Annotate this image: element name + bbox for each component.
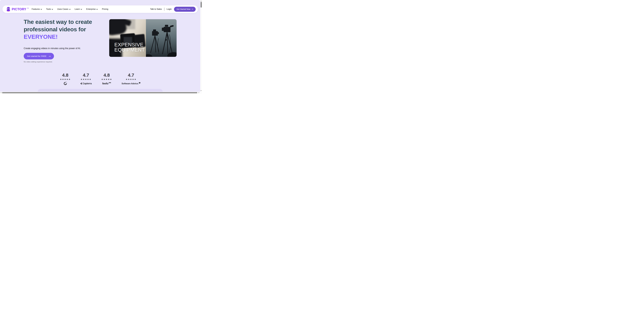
chevron-down-icon — [40, 9, 42, 10]
nav-item-learn[interactable]: Learn — [75, 8, 82, 10]
rating-score: 4.8 — [101, 72, 112, 78]
rating-capterra: 4.7 ★★★★★ Capterra — [80, 72, 92, 85]
page-background: PICTORY TM Features Tools Uses Cases Lea… — [0, 0, 200, 92]
hero-video[interactable]: EXPENSIVE EQUIPMENT — [109, 19, 176, 57]
feefo-eye-icon — [109, 82, 110, 83]
rating-feefo: 4.8 ★★★★★ feefo — [101, 72, 112, 85]
horizontal-scrollbar-track[interactable] — [0, 92, 200, 94]
hero-subtext: Create engaging videos in minutes using … — [24, 47, 81, 50]
nav-item-tools[interactable]: Tools — [46, 8, 53, 10]
trademark-symbol: TM — [27, 8, 28, 9]
star-rating: ★★★★★ — [122, 78, 140, 81]
hero-heading-line2: professional videos for — [24, 26, 106, 33]
hero-heading: The easiest way to create professional v… — [24, 18, 106, 41]
chevron-down-icon — [52, 9, 53, 10]
nav-item-pricing[interactable]: Pricing — [102, 8, 108, 10]
vertical-scrollbar-thumb[interactable] — [200, 2, 202, 8]
camera-tripod-silhouette — [146, 19, 176, 57]
feefo-eye-icon — [110, 82, 111, 83]
rating-score: 4.8 — [60, 72, 71, 78]
scroll-up-arrow[interactable] — [200, 1, 202, 1]
brand-wordmark: PICTORY — [12, 7, 26, 11]
hero-note: No video editing experience required. — [24, 61, 52, 63]
rating-g2: 4.8 ★★★★★ 2 — [60, 72, 71, 85]
ratings-row: 4.8 ★★★★★ 2 4.7 ★★★★★ Capterra 4.8 ★★★★★… — [0, 72, 200, 85]
horizontal-scrollbar-thumb[interactable] — [2, 92, 197, 93]
main-nav: Features Tools Uses Cases Learn Enterpri… — [32, 8, 108, 10]
pictory-logo[interactable]: PICTORY TM — [6, 7, 28, 12]
capterra-logo: Capterra — [80, 82, 92, 85]
talk-to-sales-link[interactable]: Talk to Sales — [150, 8, 162, 10]
rating-score: 4.7 — [80, 72, 92, 78]
video-frame-right — [146, 19, 176, 57]
nav-actions: Talk to Sales Login Get Started Now → — [150, 7, 196, 12]
arrow-right-icon: → — [192, 8, 193, 10]
vertical-scrollbar-track[interactable] — [200, 0, 202, 94]
chevron-down-icon — [96, 9, 98, 10]
login-link[interactable]: Login — [167, 8, 172, 10]
chevron-down-icon — [81, 9, 82, 10]
arrow-right-icon: → — [48, 55, 50, 58]
next-section-card — [38, 89, 163, 92]
speech-bubble-icon — [139, 82, 140, 83]
feefo-logo: feefo — [101, 82, 112, 85]
g2-logo: 2 — [60, 82, 71, 85]
scroll-right-arrow[interactable] — [198, 92, 199, 93]
rating-software-advice: 4.7 ★★★★★ Software Advice. — [122, 72, 140, 85]
nav-item-features[interactable]: Features — [32, 8, 42, 10]
star-rating: ★★★★★ — [60, 78, 71, 81]
nav-item-enterprise[interactable]: Enterprise — [86, 8, 98, 10]
hero-heading-highlight: EVERYONE! — [24, 33, 106, 41]
scroll-down-arrow[interactable] — [200, 90, 202, 91]
get-started-now-button[interactable]: Get Started Now → — [174, 7, 196, 12]
rating-score: 4.7 — [122, 72, 140, 78]
video-overlay-caption: EXPENSIVE EQUIPMENT — [114, 42, 145, 53]
star-rating: ★★★★★ — [101, 78, 112, 81]
nav-item-uses-cases[interactable]: Uses Cases — [57, 8, 70, 10]
software-advice-logo: Software Advice. — [122, 82, 140, 85]
navbar: PICTORY TM Features Tools Uses Cases Lea… — [2, 6, 198, 13]
get-started-free-button[interactable]: Get started for FREE → — [24, 53, 54, 59]
scroll-left-arrow[interactable] — [1, 92, 1, 93]
hero-heading-line1: The easiest way to create — [24, 18, 106, 26]
octopus-logo-icon — [6, 7, 11, 12]
star-rating: ★★★★★ — [80, 78, 92, 81]
chevron-down-icon — [69, 9, 70, 10]
capterra-flag-icon — [80, 82, 82, 85]
